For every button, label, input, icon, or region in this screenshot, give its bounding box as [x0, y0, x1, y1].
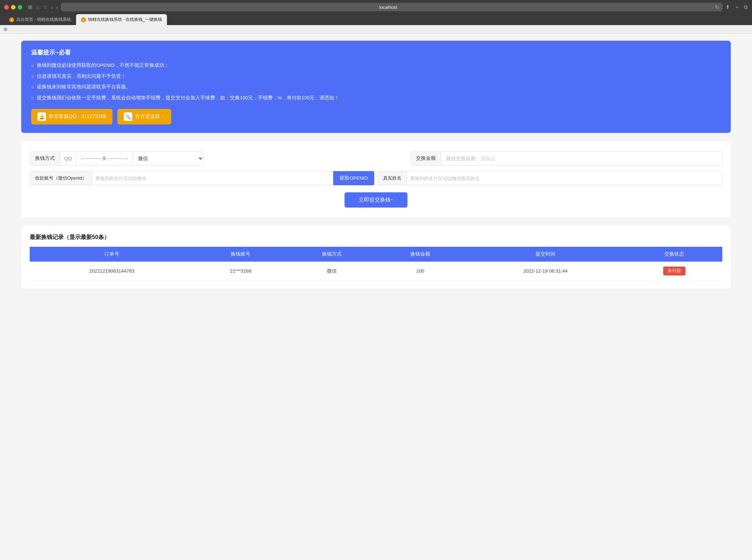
submit-row: 立即提交换钱~: [30, 192, 722, 208]
exchange-amount-label: 交换金额: [411, 151, 441, 165]
contact-qq-button[interactable]: 🔔 联系客服QQ：211273168: [31, 109, 112, 124]
traffic-lights: [4, 5, 22, 10]
submit-button[interactable]: 立即提交换钱~: [345, 192, 408, 208]
tabs-overview-icon[interactable]: ⧉: [744, 4, 748, 10]
account-label: 收款账号（微信Openid）: [30, 171, 92, 185]
back-icon[interactable]: ⌂: [36, 4, 39, 10]
notice-title: 温馨提示~必看: [31, 48, 721, 57]
favorite-icon[interactable]: ☆: [43, 4, 47, 10]
notice-item-3: 诺换钱未到账等其他问题请联系平台客服。: [31, 83, 721, 91]
contact-qq-label: 联系客服QQ：211273168: [49, 113, 106, 120]
maximize-button[interactable]: [18, 5, 22, 10]
address-bar[interactable]: localhost ↻: [61, 3, 723, 11]
table-row: 20221219063144783 21***3168 微信 100 2022-…: [30, 262, 722, 281]
cell-amount: 100: [376, 262, 464, 281]
tab-exchange-favicon: e: [81, 17, 86, 22]
notice-box: 温馨提示~必看 换钱到微信必须使用获取的OPENID，不然不能正常换成功； 信息…: [21, 41, 731, 133]
col-status: 交换状态: [626, 247, 722, 262]
notice-item-1: 换钱到微信必须使用获取的OPENID，不然不能正常换成功；: [31, 62, 721, 70]
tabs-bar: e 后台首页 - 锦鲤在线换钱系统 e 锦鲤在线换钱系统 - 在线换钱_一键换钱: [4, 14, 748, 25]
col-amount: 换钱金额: [376, 247, 464, 262]
exchange-arrow: ＜———— 换 ————＞: [76, 151, 133, 165]
browser-chrome: ⊞ ⌂ ☆ ‹ › localhost ↻ ⬆ ＋ ⧉ e 后台首页 - 锦鲤在…: [0, 0, 752, 25]
bell-icon: 🔔: [37, 112, 46, 121]
exchange-amount-input[interactable]: [441, 151, 722, 165]
form-row-2: 收款账号（微信Openid） 获取OPENID 真实姓名: [30, 171, 722, 185]
reload-icon[interactable]: ↻: [715, 4, 719, 10]
cell-order-id: 20221219063144783: [30, 262, 194, 281]
cell-status: 未付款: [626, 262, 722, 281]
cell-account: 21***3168: [194, 262, 288, 281]
nav-forward-icon[interactable]: ›: [56, 4, 58, 10]
notice-buttons: 🔔 联系客服QQ：211273168 🔍 官方交流群：: [31, 109, 721, 124]
browser-right-controls: ⬆ ＋ ⧉: [725, 4, 748, 11]
notice-list: 换钱到微信必须使用获取的OPENID，不然不能正常换成功； 信息请填写真实，否则…: [31, 62, 721, 102]
realname-input[interactable]: [407, 171, 722, 185]
notice-item-2: 信息请填写真实，否则出问题不予负责！: [31, 72, 721, 81]
exchange-qq-value: QQ: [60, 151, 76, 165]
exchange-to-select[interactable]: 微信: [133, 151, 204, 165]
page-content-wrap: 温馨提示~必看 换钱到微信必须使用获取的OPENID，不然不能正常换成功； 信息…: [0, 34, 752, 560]
form-section: 换钱方式 QQ ＜———— 换 ————＞ 微信 交换金额 收款账号（微信Ope…: [21, 141, 731, 217]
nav-back-icon[interactable]: ‹: [51, 4, 53, 10]
exchange-method-label: 换钱方式: [30, 151, 60, 165]
tab-exchange-label: 锦鲤在线换钱系统 - 在线换钱_一键换钱: [88, 17, 162, 23]
realname-group: 真实姓名: [378, 171, 722, 185]
browser-titlebar: ⊞ ⌂ ☆ ‹ › localhost ↻ ⬆ ＋ ⧉: [4, 3, 748, 11]
account-input[interactable]: [92, 171, 333, 185]
get-openid-button[interactable]: 获取OPENID: [333, 171, 374, 185]
grid-icon[interactable]: ⊞: [4, 27, 7, 32]
col-time: 提交时间: [465, 247, 626, 262]
tab-backend[interactable]: e 后台首页 - 锦鲤在线换钱系统: [4, 14, 76, 25]
records-section: 最新换钱记录（显示最新50条） 订单号 换钱账号 换钱方式 换钱金额 提交时间 …: [21, 226, 731, 288]
sidebar-toggle-icon[interactable]: ⊞: [28, 4, 33, 10]
col-account: 换钱账号: [194, 247, 288, 262]
notice-item-4: 提交换钱我们会收取一定手续费，系统会自动增加手续费，提交支付会加入手续费，如：交…: [31, 94, 721, 102]
tab-backend-favicon: e: [9, 17, 14, 22]
official-group-button[interactable]: 🔍 官方交流群：: [117, 109, 171, 124]
close-button[interactable]: [4, 5, 9, 10]
cell-method: 微信: [288, 262, 376, 281]
share-icon[interactable]: ⬆: [725, 4, 730, 10]
form-row-1: 换钱方式 QQ ＜———— 换 ————＞ 微信 交换金额: [30, 151, 722, 165]
bookmark-bar: ⊞: [0, 25, 752, 34]
realname-label: 真实姓名: [378, 171, 407, 185]
address-text: localhost: [64, 5, 712, 10]
cell-time: 2022-12-19 06:31:44: [465, 262, 626, 281]
records-table: 订单号 换钱账号 换钱方式 换钱金额 提交时间 交换状态 20221219063…: [30, 247, 722, 281]
col-method: 换钱方式: [288, 247, 376, 262]
tab-backend-label: 后台首页 - 锦鲤在线换钱系统: [16, 17, 71, 23]
status-badge: 未付款: [663, 267, 686, 275]
tab-exchange[interactable]: e 锦鲤在线换钱系统 - 在线换钱_一键换钱: [76, 14, 167, 25]
records-title: 最新换钱记录（显示最新50条）: [30, 234, 722, 241]
official-group-label: 官方交流群：: [135, 113, 165, 120]
table-header-row: 订单号 换钱账号 换钱方式 换钱金额 提交时间 交换状态: [30, 247, 722, 262]
page-content: 温馨提示~必看 换钱到微信必须使用获取的OPENID，不然不能正常换成功； 信息…: [0, 34, 752, 529]
minimize-button[interactable]: [11, 5, 16, 10]
col-order-id: 订单号: [30, 247, 194, 262]
account-group: 收款账号（微信Openid） 获取OPENID: [30, 171, 374, 185]
new-tab-icon[interactable]: ＋: [734, 4, 740, 11]
search-icon: 🔍: [124, 112, 132, 121]
browser-nav-controls: ⊞ ⌂ ☆ ‹ ›: [28, 4, 58, 10]
